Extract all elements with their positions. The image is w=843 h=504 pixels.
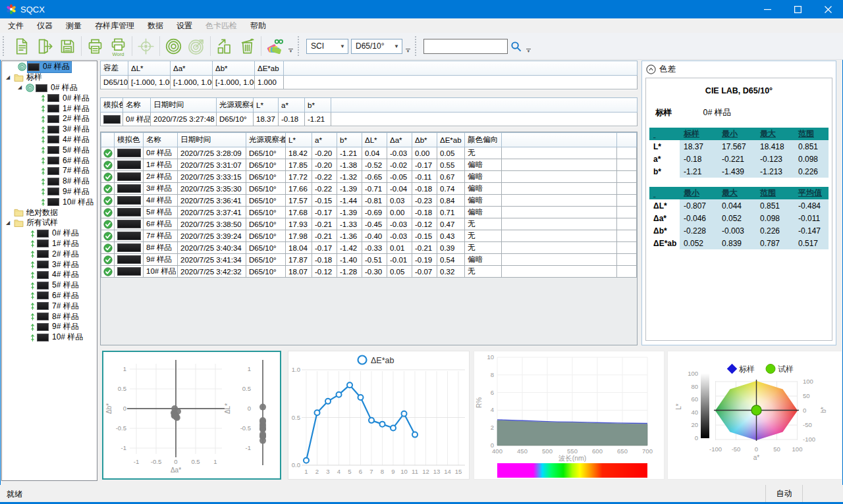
sample-row[interactable]: 4# 样品2020/7/25 3:36:41D65/10°17.57-0.15-… xyxy=(101,195,637,207)
export-measurement-icon[interactable] xyxy=(33,35,56,58)
tree-item[interactable]: 2# 样品 xyxy=(2,114,97,124)
menu-item-6[interactable]: 色卡匹检 xyxy=(199,18,244,34)
tree-item[interactable]: 0# 样品 xyxy=(2,228,97,239)
column-header[interactable]: a* xyxy=(279,98,305,113)
sample-row[interactable]: 6# 样品2020/7/25 3:38:50D65/10°17.93-0.21-… xyxy=(101,218,637,230)
tree-item[interactable]: 4# 样品 xyxy=(2,135,97,145)
collapse-chevron-icon[interactable] xyxy=(646,64,656,74)
minimize-button[interactable] xyxy=(752,0,782,18)
new-document-icon[interactable] xyxy=(10,35,33,58)
column-header[interactable] xyxy=(617,133,637,147)
column-header[interactable] xyxy=(101,133,115,147)
maximize-button[interactable] xyxy=(782,0,813,18)
tree-item[interactable]: ◢0# 样品 xyxy=(2,83,97,93)
tree-item[interactable]: 7# 样品 xyxy=(2,301,97,311)
sample-row[interactable]: 3# 样品2020/7/25 3:35:30D65/10°17.66-0.22-… xyxy=(101,183,637,195)
print-word-icon[interactable]: Word xyxy=(107,35,130,58)
save-icon[interactable] xyxy=(56,35,79,58)
tree-item[interactable]: 3# 样品 xyxy=(2,259,97,270)
tree-item[interactable]: 8# 样品 xyxy=(2,176,97,187)
column-header[interactable]: Δa* xyxy=(171,61,213,76)
column-header[interactable]: a* xyxy=(312,133,337,147)
menu-item-5[interactable]: 设置 xyxy=(170,18,199,34)
search-icon[interactable] xyxy=(510,41,522,52)
sample-row[interactable]: 9# 样品2020/7/25 3:41:34D65/10°17.87-0.18-… xyxy=(101,254,637,266)
tree-item[interactable]: 7# 样品 xyxy=(2,166,97,176)
column-header[interactable]: ΔE*ab xyxy=(437,133,465,147)
tree-expander-icon[interactable]: ◢ xyxy=(6,220,14,226)
sample-row[interactable]: 2# 样品2020/7/25 3:33:15D65/10°17.72-0.22-… xyxy=(101,171,637,183)
sample-row[interactable]: 5# 样品2020/7/25 3:37:41D65/10°17.68-0.17-… xyxy=(101,207,637,218)
column-header[interactable]: b* xyxy=(305,98,331,113)
menu-item-4[interactable]: 数据 xyxy=(141,18,170,34)
column-header[interactable]: 名称 xyxy=(144,133,178,147)
tree-item[interactable]: 3# 样品 xyxy=(2,124,97,135)
standard-row[interactable]: 0# 样品2020/7/25 3:27:48D65/10°18.37-0.18-… xyxy=(101,113,638,126)
tree-expander-icon[interactable]: ◢ xyxy=(6,74,14,81)
column-header[interactable]: b* xyxy=(337,133,362,147)
sample-row[interactable]: 8# 样品2020/7/25 3:40:34D65/10°18.04-0.17-… xyxy=(101,242,637,254)
print-icon[interactable] xyxy=(84,35,107,58)
menu-item-1[interactable]: 仪器 xyxy=(30,18,59,34)
target-arrow-icon[interactable] xyxy=(185,35,208,58)
tree-item[interactable]: 2# 样品 xyxy=(2,249,97,259)
auto-mode-button[interactable]: 自动 xyxy=(765,485,802,502)
search-input[interactable] xyxy=(423,39,508,54)
menu-item-0[interactable]: 文件 xyxy=(1,18,30,34)
tree-item[interactable]: 10# 样品 xyxy=(2,197,97,207)
tree-item[interactable]: 9# 样品 xyxy=(2,322,97,332)
column-header[interactable] xyxy=(331,98,638,113)
column-header[interactable]: 模拟色 xyxy=(115,133,144,147)
column-header[interactable]: 容差 xyxy=(101,61,128,76)
statistics-chart-icon[interactable] xyxy=(213,35,236,58)
column-header[interactable]: 颜色偏向 xyxy=(465,133,502,147)
tree-item[interactable]: 1# 样品 xyxy=(2,103,97,114)
tree-item[interactable]: 4# 样品 xyxy=(2,270,97,280)
column-header[interactable]: 名称 xyxy=(123,98,151,113)
sample-row[interactable]: 10# 样品2020/7/25 3:42:32D65/10°18.07-0.12… xyxy=(101,266,637,278)
column-header[interactable]: L* xyxy=(286,133,312,147)
column-header[interactable]: ΔL* xyxy=(362,133,387,147)
tree-item[interactable]: 9# 样品 xyxy=(2,187,97,197)
tree-item[interactable]: 6# 样品 xyxy=(2,291,97,301)
tree-item[interactable]: 绝对数据 xyxy=(2,207,97,218)
color-card-search-icon[interactable] xyxy=(263,35,286,58)
column-header[interactable]: 光源观察者 xyxy=(246,133,286,147)
tree-item[interactable]: 5# 样品 xyxy=(2,280,97,291)
column-header[interactable]: Δb* xyxy=(213,61,255,76)
sci-mode-select[interactable]: SCI▼ xyxy=(306,39,348,54)
menu-item-3[interactable]: 存样库管理 xyxy=(88,18,141,34)
column-header[interactable]: ΔL* xyxy=(128,61,171,76)
tree-expander-icon[interactable]: ◢ xyxy=(18,84,26,91)
column-header[interactable]: Δb* xyxy=(412,133,437,147)
column-header[interactable]: 日期时间 xyxy=(178,133,246,147)
sample-row[interactable]: 0# 样品2020/7/25 3:28:09D65/10°18.42-0.20-… xyxy=(101,147,637,159)
tolerance-row[interactable]: D65/10°[-1.000, 1.000][-1.000, 1.000][-1… xyxy=(101,76,638,89)
menu-item-7[interactable]: 帮助 xyxy=(244,18,273,34)
illuminant-select[interactable]: D65/10°▼ xyxy=(351,39,402,54)
close-button[interactable] xyxy=(813,0,843,18)
column-header[interactable]: 日期时间 xyxy=(151,98,217,113)
tree-item[interactable]: 0# 样品 xyxy=(2,93,97,103)
column-header[interactable] xyxy=(502,133,617,147)
delete-trash-icon[interactable] xyxy=(236,35,259,58)
tree-item[interactable]: ◢所有试样 xyxy=(2,218,97,228)
tree-item[interactable]: 5# 样品 xyxy=(2,145,97,155)
menu-item-2[interactable]: 测量 xyxy=(59,18,88,34)
toolbar-overflow-button[interactable]: ▼ xyxy=(286,36,295,56)
column-header[interactable]: L* xyxy=(254,98,279,113)
tree-item[interactable]: 10# 样品 xyxy=(2,332,97,343)
tree-item[interactable]: 8# 样品 xyxy=(2,311,97,322)
column-header[interactable]: 模拟色 xyxy=(101,98,123,113)
tree-item[interactable]: ◢标样 xyxy=(2,72,97,83)
sample-row[interactable]: 1# 样品2020/7/25 3:31:07D65/10°17.85-0.20-… xyxy=(101,159,637,171)
tree-item[interactable]: 1# 样品 xyxy=(2,239,97,249)
sample-row[interactable]: 7# 样品2020/7/25 3:39:24D65/10°17.98-0.21-… xyxy=(101,230,637,242)
tree-item[interactable]: 6# 样品 xyxy=(2,155,97,166)
calibration-rings-icon[interactable] xyxy=(162,35,185,58)
tree-item[interactable]: 0# 样品 xyxy=(2,62,97,72)
toolbar-overflow-button[interactable]: ▼ xyxy=(524,36,533,56)
toolbar-overflow-button[interactable]: ▼ xyxy=(404,36,412,56)
column-header[interactable]: 光源观察者 xyxy=(217,98,254,113)
crosshair-target-icon[interactable] xyxy=(134,35,157,58)
